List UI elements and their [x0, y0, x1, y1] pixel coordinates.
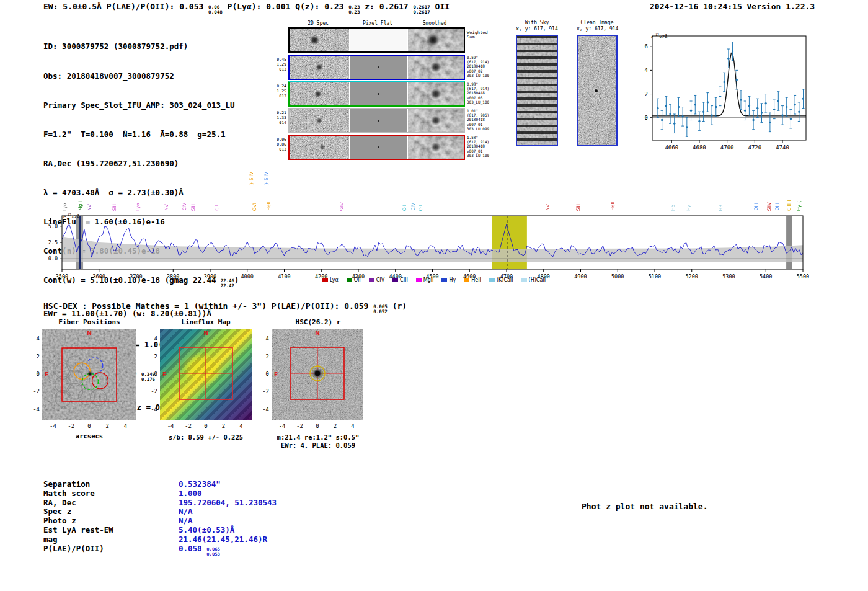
line-label-NV: NV [545, 204, 551, 211]
line-label-H: Hγ [686, 205, 691, 211]
legend-swatch [416, 278, 422, 282]
compass-north: N [203, 330, 208, 336]
lineflux-map-title: Lineflux Map [181, 318, 230, 326]
axis-tick-y: 4 [29, 335, 40, 342]
cutout-row-fiber3 [288, 108, 465, 133]
fiber1-meta: 0.59"(617, 914)20180418v007_02303_LU_100 [467, 55, 489, 78]
axis-tick-y: -4 [29, 406, 40, 412]
fiber-positions-overlay [42, 329, 136, 420]
line-label-SiII: SiII [575, 204, 581, 211]
axis-tick-y: -2 [146, 388, 157, 394]
line-label-NV: NV [164, 204, 169, 211]
axis-tick-x: 2 [106, 423, 109, 429]
weighted-sum-label: WeightedSum [467, 31, 488, 40]
column-title-pixelflat: Pixel Flat [363, 20, 392, 26]
noise-texture [290, 82, 349, 105]
svg-text:2: 2 [645, 91, 648, 97]
cutout-2dspec-image [290, 29, 349, 51]
line-label-H: Hγ { [796, 200, 802, 211]
line-label-OVI: OVI [252, 203, 257, 211]
line-label-CII: CII [214, 205, 219, 211]
axis-tick-y: -4 [258, 406, 269, 412]
hsc-cutout-caption2: EWr: 4. PLAE: 0.059 [281, 442, 355, 449]
cutout-row-fiber1 [288, 55, 465, 80]
svg-text:5400: 5400 [760, 273, 772, 280]
line-fit-ylabel: e-17x2Å [651, 33, 667, 40]
cutout-smoothed-image [408, 109, 464, 132]
fiber2-weights: 0.241.25013 [265, 84, 286, 99]
svg-text:4: 4 [645, 67, 648, 73]
table-row: Est LyA rest-EW5.40(±0.53)Å [43, 525, 277, 535]
table-row: Match score1.000 [43, 489, 277, 498]
hsc-match-summary: HSC-DEX : Possible Matches = 1 (within +… [43, 301, 407, 316]
legend-swatch [347, 278, 352, 282]
cutout-pixelflat-image [350, 109, 407, 132]
svg-text:5.0: 5.0 [48, 223, 58, 229]
axis-tick-x: -4 [50, 423, 56, 429]
cutout-smoothed-image [408, 82, 464, 105]
cutout-smoothed-image [408, 136, 464, 159]
lineflux-map-image: N E [160, 329, 252, 420]
svg-text:3800: 3800 [167, 273, 179, 280]
axis-tick-y: 0 [29, 371, 40, 377]
line-label-OII: OII [418, 205, 423, 211]
line-label-HeII: HeII [610, 202, 616, 211]
legend-item: (K)CaII [489, 277, 513, 283]
catalog-match-table: Separation0.532384" Match score1.000 RA,… [43, 479, 277, 553]
line-label-H: Hβ [718, 205, 724, 211]
axis-tick-x: -2 [296, 423, 303, 429]
axis-tick-x: 4 [124, 423, 127, 429]
hsc-cutout-title: HSC(26.2) r [296, 318, 341, 326]
svg-text:4720: 4720 [748, 144, 761, 151]
line-label-SiIV: } SiIV [264, 172, 269, 185]
column-title-smoothed: Smoothed [423, 20, 447, 26]
source-dot [595, 89, 598, 92]
cutout-pixelflat-image [350, 29, 407, 51]
with-sky-title: With Sky [516, 20, 558, 25]
header-datetime: 2024-12-16 10:24:15 Version 1.22.3 [650, 2, 815, 11]
noise-texture [408, 136, 464, 159]
axis-tick-x: 4 [351, 423, 354, 429]
fiber1-weights: 0.451.29013 [265, 57, 286, 72]
table-row: Photo zN/A [43, 516, 277, 525]
cutout-smoothed-image [408, 29, 464, 51]
fiber-positions-image: N E [42, 329, 136, 420]
line-label-MgII: MgII [78, 201, 83, 211]
axis-tick-y: 2 [146, 353, 157, 360]
info-line: ID: 3000879752 (3000879752.pdf) [43, 42, 239, 51]
noise-texture [408, 109, 464, 132]
legend-item: (H)CaII [521, 277, 546, 283]
header-summary: EW: 5.0±0.5Å P(LAE)/P(OII): 0.053 0.060.… [43, 2, 450, 16]
axis-tick-y: 2 [29, 353, 40, 360]
full-spectrum-chart: 3500360037003800390040004100420043004400… [34, 212, 809, 283]
svg-text:0.0: 0.0 [48, 256, 58, 262]
axis-tick-x: -2 [185, 423, 192, 429]
legend-item: Lyα [322, 277, 339, 283]
axis-tick-y: -4 [146, 406, 157, 412]
svg-text:5100: 5100 [649, 273, 661, 280]
cutout-pixelflat-image [350, 82, 407, 105]
line-label-SiII: SiII [112, 204, 117, 211]
line-label-SiIV: SiIV [766, 202, 772, 211]
axis-tick-y: 4 [258, 335, 269, 342]
compass-east: E [162, 371, 166, 378]
svg-text:3600: 3600 [93, 273, 105, 280]
legend-item: OII [347, 277, 361, 283]
svg-text:4740: 4740 [776, 144, 789, 151]
column-title-2dspec: 2D Spec [308, 20, 329, 26]
axis-tick-x: -4 [167, 423, 174, 429]
svg-text:3700: 3700 [130, 273, 142, 280]
axis-tick-x: -4 [279, 423, 286, 429]
line-label-OII: OII [402, 205, 407, 211]
axis-tick-y: -2 [29, 388, 40, 394]
line-label-H: Hδ [670, 205, 676, 211]
legend-swatch [521, 278, 527, 282]
cutout-2dspec-image [290, 56, 349, 79]
line-label-SiII: SiII [190, 204, 196, 211]
axis-tick-y: 0 [258, 371, 269, 377]
fiber2-meta: 0.98"(617, 914)20180418v007_03303_LU_100 [467, 82, 489, 104]
legend-item: MgII [416, 277, 434, 283]
fiber-positions-title: Fiber Positions [58, 318, 120, 326]
compass-north: N [315, 330, 320, 336]
svg-text:5200: 5200 [686, 273, 698, 280]
